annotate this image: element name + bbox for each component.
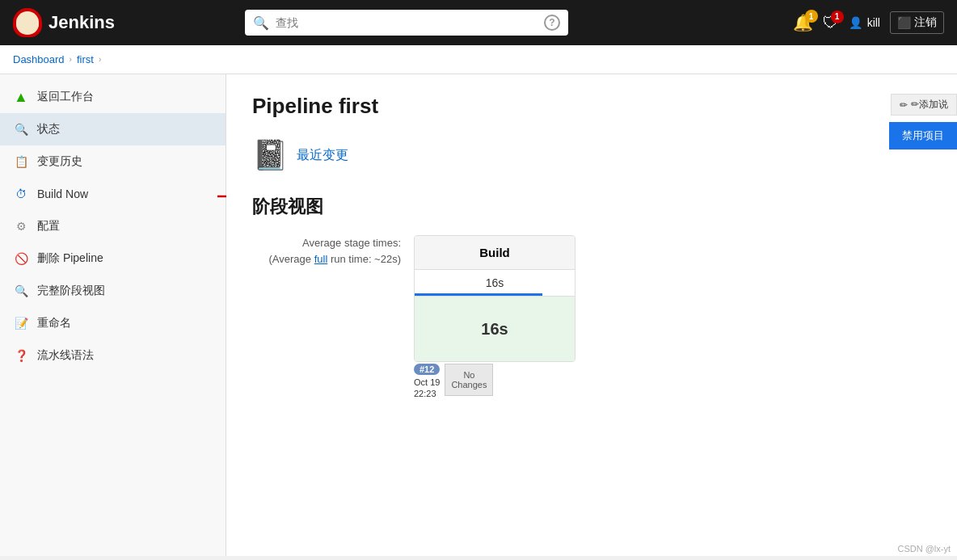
stage-view-title: 阶段视图 — [252, 195, 931, 219]
recent-changes-section: 📓 最近变更 — [252, 138, 931, 172]
sidebar-label-config: 配置 — [37, 219, 60, 234]
delete-icon: 🚫 — [13, 251, 29, 267]
svg-point-5 — [29, 24, 32, 27]
svg-point-3 — [19, 13, 36, 24]
svg-point-4 — [23, 24, 26, 27]
sidebar-label-rename: 重命名 — [37, 316, 71, 331]
breadcrumb: Dashboard › first › — [0, 45, 957, 74]
header: Jenkins 🔍 ? 🔔 1 🛡 1 👤 kill ⬛ 注销 — [0, 0, 957, 45]
warning-button[interactable]: 🛡 1 — [823, 14, 839, 32]
sidebar-label-status: 状态 — [37, 122, 60, 137]
sidebar-label-back: 返回工作台 — [37, 90, 94, 104]
sidebar-item-full-stage-view[interactable]: 🔍 完整阶段视图 — [0, 275, 226, 307]
full-stage-icon: 🔍 — [13, 283, 29, 299]
watermark: CSDN @lx-yt — [897, 544, 951, 554]
edit-icon: ✏ — [900, 99, 908, 111]
sidebar-item-status[interactable]: 🔍 状态 — [0, 113, 226, 145]
warning-badge: 1 — [831, 11, 844, 23]
stage-avg-time-cell: 16s — [415, 270, 575, 297]
build-now-icon: ⏱ — [13, 186, 29, 202]
stage-avg-labels: Average stage times: (Average full run t… — [252, 235, 414, 267]
stage-run-cell: 16s — [415, 297, 575, 361]
stage-build-header: Build — [415, 236, 575, 270]
search-input[interactable] — [276, 16, 538, 29]
change-history-icon: 📋 — [13, 154, 29, 170]
add-desc-label: ✏添加说 — [911, 98, 948, 112]
breadcrumb-sep-2: › — [99, 55, 101, 64]
stage-view-container: Average stage times: (Average full run t… — [252, 235, 931, 400]
jenkins-title: Jenkins — [48, 12, 115, 33]
svg-point-2 — [20, 19, 35, 33]
sidebar: ▲ 返回工作台 🔍 状态 📋 变更历史 ⏱ Build Now — [0, 74, 226, 556]
disable-project-button[interactable]: 禁用项目 — [889, 122, 957, 149]
user-menu[interactable]: 👤 kill — [849, 16, 880, 29]
status-search-icon: 🔍 — [13, 121, 29, 137]
stage-view: Average stage times: (Average full run t… — [252, 235, 931, 362]
notification-bell-button[interactable]: 🔔 1 — [793, 13, 813, 32]
search-help-icon[interactable]: ? — [544, 15, 560, 31]
right-action-buttons: ✏ ✏添加说 禁用项目 — [889, 94, 957, 149]
no-changes-box: No Changes — [445, 364, 493, 396]
svg-point-1 — [16, 8, 39, 24]
header-right: 🔔 1 🛡 1 👤 kill ⬛ 注销 — [793, 11, 944, 34]
sidebar-label-delete: 删除 Pipeline — [37, 251, 103, 266]
add-description-button[interactable]: ✏ ✏添加说 — [891, 94, 957, 116]
notebook-icon: 📓 — [252, 138, 289, 172]
recent-changes-link[interactable]: 最近变更 — [297, 147, 348, 164]
avg-stage-label: Average stage times: (Average full run t… — [269, 235, 401, 267]
rename-icon: 📝 — [13, 315, 29, 331]
breadcrumb-sep-1: › — [70, 55, 72, 64]
sidebar-item-delete-pipeline[interactable]: 🚫 删除 Pipeline — [0, 242, 226, 275]
svg-point-0 — [16, 14, 39, 35]
logout-button[interactable]: ⬛ 注销 — [890, 11, 944, 34]
notification-bell-badge: 1 — [805, 10, 818, 23]
sidebar-label-pipeline-syntax: 流水线语法 — [37, 348, 94, 363]
full-run-link[interactable]: full — [314, 253, 328, 265]
search-icon: 🔍 — [253, 15, 269, 31]
search-bar[interactable]: 🔍 ? — [245, 10, 568, 36]
username-label: kill — [867, 16, 880, 29]
logout-label: 注销 — [914, 15, 937, 30]
sidebar-label-change-history: 变更历史 — [37, 154, 82, 169]
sidebar-label-build-now: Build Now — [37, 187, 88, 200]
sidebar-item-change-history[interactable]: 📋 变更历史 — [0, 145, 226, 178]
up-arrow-icon: ▲ — [13, 89, 29, 105]
help-circle-icon: ❓ — [13, 347, 29, 364]
user-icon: 👤 — [849, 16, 862, 29]
sidebar-label-full-stage: 完整阶段视图 — [37, 284, 105, 298]
jenkins-logo: Jenkins — [13, 8, 126, 37]
stage-table: Build 16s 16s — [414, 235, 575, 362]
breadcrumb-dashboard[interactable]: Dashboard — [13, 53, 65, 65]
logout-icon: ⬛ — [897, 16, 911, 29]
breadcrumb-first[interactable]: first — [77, 53, 94, 65]
sidebar-item-config[interactable]: ⚙ 配置 — [0, 210, 226, 242]
build-row-area: #12 Oct 19 22:23 No Changes — [252, 364, 931, 400]
main-layout: ▲ 返回工作台 🔍 状态 📋 变更历史 ⏱ Build Now — [0, 74, 957, 556]
disable-label: 禁用项目 — [902, 129, 944, 141]
jenkins-icon — [13, 8, 42, 37]
gear-icon: ⚙ — [13, 218, 29, 234]
page-title: Pipeline first — [252, 94, 931, 119]
sidebar-item-rename[interactable]: 📝 重命名 — [0, 307, 226, 339]
build-number-badge[interactable]: #12 — [414, 364, 440, 375]
sidebar-item-build-now[interactable]: ⏱ Build Now — [0, 178, 226, 210]
sidebar-item-back-workspace[interactable]: ▲ 返回工作台 — [0, 81, 226, 113]
sidebar-item-pipeline-syntax[interactable]: ❓ 流水线语法 — [0, 339, 226, 372]
main-content: ✏ ✏添加说 禁用项目 Pipeline first 📓 最近变更 阶段视图 A… — [226, 74, 957, 556]
progress-bar — [415, 293, 542, 296]
build-date-text: Oct 19 22:23 — [414, 377, 440, 400]
